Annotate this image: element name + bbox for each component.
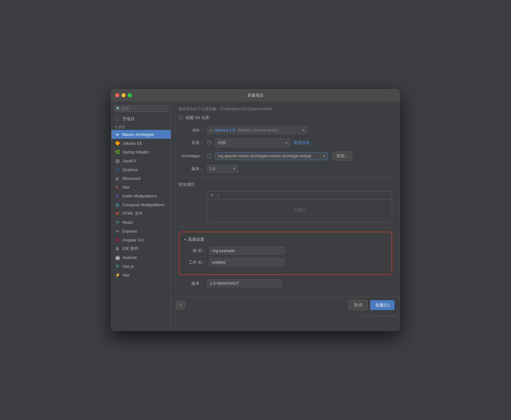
sidebar-item-empty-label: 空项目 — [122, 116, 135, 122]
ktor-icon: K — [115, 184, 120, 190]
sidebar-item-vue-label: Vue.js — [122, 264, 134, 269]
artifact-id-input[interactable] — [209, 258, 285, 266]
advanced-settings-box: ▾ 高级设置 组 ID： 工件 ID： — [179, 232, 392, 275]
sidebar-item-quarkus[interactable]: ⬡ Quarkus — [111, 165, 171, 174]
sidebar-item-angular[interactable]: A Angular CLI — [111, 235, 171, 244]
sidebar-item-javafx-label: JavaFX — [122, 159, 136, 163]
add-archetype-button[interactable]: 添加... — [332, 152, 352, 160]
sidebar-item-javafx[interactable]: ▤ JavaFX — [111, 156, 171, 165]
sidebar-item-jakarta-label: Jakarta EE — [122, 141, 143, 146]
main-panel: 项目将在以下位置创建: ~/CodeSpace/S2-Space/untitle… — [171, 101, 400, 331]
location-text: 项目将在以下位置创建: ~/CodeSpace/S2-Space/untitle… — [179, 106, 392, 112]
maximize-button[interactable] — [128, 93, 132, 97]
main-inner: 项目将在以下位置创建: ~/CodeSpace/S2-Space/untitle… — [171, 101, 400, 297]
directory-row: 目录： ? 内部 ▾ 管理目录... — [179, 138, 392, 147]
close-button[interactable] — [115, 93, 119, 97]
jdk-icon: 🗂 — [210, 128, 213, 132]
directory-dropdown-arrow: ▾ — [285, 141, 288, 145]
react-icon: ⚛ — [115, 219, 120, 225]
sidebar-item-compose-mp[interactable]: ◎ Compose Multiplatform — [111, 200, 171, 209]
sidebar-item-vite-label: Vite — [122, 273, 129, 277]
sidebar-item-maven-archetype[interactable]: m Maven Archetype — [111, 130, 171, 139]
version2-input[interactable] — [207, 279, 282, 287]
artifact-id-row: 工件 ID： — [184, 258, 386, 266]
sidebar-item-ide-plugin[interactable]: 🖥 IDE 插件 — [111, 244, 171, 253]
sidebar-item-ide-label: IDE 插件 — [122, 246, 138, 251]
collapse-arrow-icon[interactable]: ▾ — [184, 238, 186, 242]
empty-project-icon: □ — [115, 116, 120, 122]
sidebar-item-empty-project[interactable]: □ 空项目 — [111, 115, 171, 123]
kotlin-icon: K — [115, 193, 120, 199]
window-controls — [115, 93, 132, 97]
sidebar-item-ktor-label: Ktor — [122, 185, 130, 190]
jakarta-icon: 🔶 — [115, 140, 120, 146]
angular-icon: A — [115, 237, 120, 243]
footer-right: 取消 创建(C) — [349, 300, 395, 310]
minimize-button[interactable] — [121, 93, 126, 97]
advanced-settings-title: 高级设置 — [188, 237, 204, 242]
properties-toolbar: + − — [207, 191, 392, 199]
group-id-label: 组 ID： — [184, 248, 206, 254]
sidebar-item-html[interactable]: H HTML 文件 — [111, 209, 171, 218]
vite-icon: ⚡ — [115, 272, 120, 278]
sidebar-item-express[interactable]: ex Express — [111, 227, 171, 235]
sidebar-item-express-label: Express — [122, 229, 137, 234]
vue-icon: V — [115, 263, 120, 269]
sidebar-item-android-label: Android — [122, 255, 137, 260]
archetype-row: Archetype： ? org.apache.maven.archetypes… — [179, 152, 392, 160]
archetype-value: org.apache.maven.archetypes:maven-archet… — [218, 154, 311, 158]
sidebar-item-react[interactable]: ⚛ React — [111, 218, 171, 227]
jdk-dropdown-arrow: ▾ — [302, 128, 304, 132]
version-select[interactable]: 1.0 ▾ — [207, 165, 238, 173]
search-box[interactable]: 🔍 — [114, 105, 168, 112]
directory-label: 目录： — [179, 140, 204, 146]
watermark: CSDN @XavierDarkness — [171, 313, 400, 320]
git-row: 创建 Git 仓库 — [179, 115, 392, 121]
sidebar-item-vuejs[interactable]: V Vue.js — [111, 262, 171, 271]
sidebar-item-spring[interactable]: 🌿 Spring Initializr — [111, 148, 171, 156]
sidebar-item-compose-label: Compose Multiplatform — [122, 202, 164, 207]
ide-plugin-icon: 🖥 — [115, 246, 120, 251]
version-label: 版本： — [179, 166, 204, 172]
archetype-help-icon[interactable]: ? — [207, 153, 212, 159]
archetype-label: Archetype： — [179, 153, 204, 159]
remove-property-button[interactable]: − — [216, 193, 220, 198]
git-checkbox[interactable] — [179, 116, 183, 120]
group-id-row: 组 ID： — [184, 247, 386, 255]
sidebar-item-angular-label: Angular CLI — [122, 238, 144, 242]
quarkus-icon: ⬡ — [115, 167, 120, 172]
help-button[interactable]: ? — [176, 301, 185, 310]
sidebar-item-jakarta-ee[interactable]: 🔶 Jakarta EE — [111, 139, 171, 148]
sidebar-item-micronaut[interactable]: μ Micronaut — [111, 174, 171, 183]
cancel-button[interactable]: 取消 — [349, 300, 368, 310]
compose-icon: ◎ — [115, 202, 120, 207]
version2-row: 版本： — [179, 279, 392, 287]
create-button[interactable]: 创建(C) — [370, 300, 395, 310]
group-id-input[interactable] — [209, 247, 285, 255]
sidebar-item-html-label: HTML 文件 — [122, 211, 143, 216]
sidebar-item-ktor[interactable]: K Ktor — [111, 183, 171, 191]
add-property-button[interactable]: + — [210, 193, 214, 198]
express-icon: ex — [115, 228, 120, 234]
footer: ? 取消 创建(C) — [171, 297, 400, 313]
additional-props-label: 附加属性 — [179, 182, 392, 187]
version-value: 1.0 — [210, 166, 215, 171]
directory-select[interactable]: 内部 ▾ — [215, 138, 290, 147]
directory-help-icon[interactable]: ? — [207, 140, 212, 145]
javafx-icon: ▤ — [115, 158, 120, 164]
archetype-dropdown-arrow: ▾ — [323, 154, 325, 159]
jdk-select[interactable]: 🗂 liberica-1.8 BellSoft Liberica version… — [207, 126, 307, 134]
micronaut-icon: μ — [115, 175, 120, 181]
archetype-select[interactable]: org.apache.maven.archetypes:maven-archet… — [215, 152, 328, 160]
new-project-dialog: 新建项目 🔍 □ 空项目 生成器 m Maven Archetype 🔶 Jak… — [111, 89, 400, 331]
advanced-title-row: ▾ 高级设置 — [184, 237, 386, 242]
dialog-content: 🔍 □ 空项目 生成器 m Maven Archetype 🔶 Jakarta … — [111, 101, 400, 331]
manage-directory-link[interactable]: 管理目录... — [293, 140, 313, 146]
search-icon: 🔍 — [116, 107, 121, 111]
sidebar-item-android[interactable]: 🤖 Android — [111, 253, 171, 262]
search-input[interactable] — [122, 106, 166, 111]
artifact-id-label: 工件 ID： — [184, 260, 206, 265]
sidebar-item-kotlin-mp[interactable]: K Kotlin Multiplatform — [111, 191, 171, 200]
sidebar-item-vite[interactable]: ⚡ Vite — [111, 271, 171, 279]
sidebar: 🔍 □ 空项目 生成器 m Maven Archetype 🔶 Jakarta … — [111, 101, 171, 331]
